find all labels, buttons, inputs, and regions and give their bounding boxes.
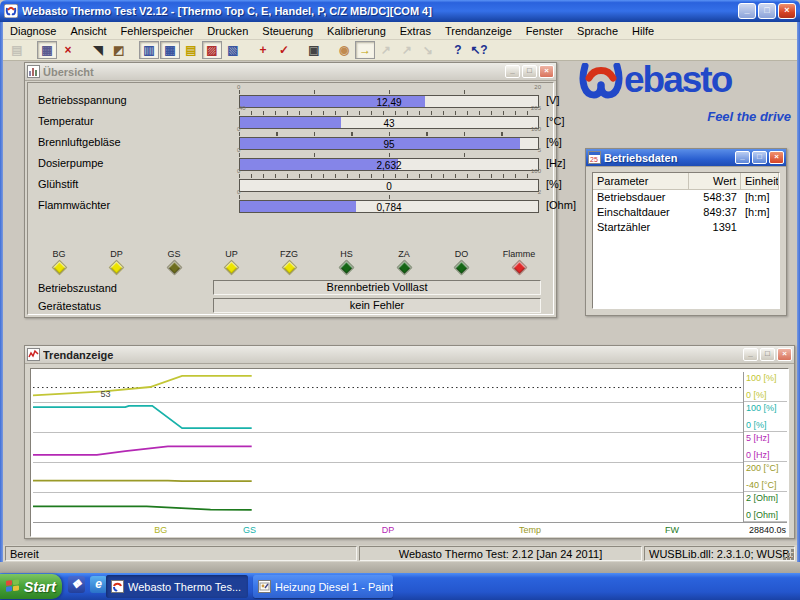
quick-launch-icon-1[interactable]: ❖ [68, 576, 85, 593]
gauge-unit: [V] [546, 94, 559, 106]
quick-launch-icon-2[interactable]: e [90, 576, 107, 593]
betriebsdaten-table: ParameterWertEinheit Betriebsdauer548:37… [592, 172, 780, 309]
led-lamp-icon [109, 260, 125, 276]
betriebsdaten-titlebar[interactable]: 25 Betriebsdaten _ □ × [586, 149, 786, 167]
gauge-row: Betriebsspannung02012,49[V] [28, 90, 553, 111]
uebersicht-close-button[interactable]: × [539, 65, 554, 78]
webasto-task-icon [111, 580, 124, 593]
menu-item-fehlerspeicher[interactable]: Fehlerspeicher [114, 23, 201, 39]
paint-task-icon [258, 580, 271, 593]
window-layout-icon[interactable]: ▧ [223, 41, 243, 59]
trend-chart: 53 100 [%]0 [%]100 [%]0 [%]5 [Hz]0 [Hz]2… [30, 368, 789, 537]
gauge-scale-min: 0 [237, 84, 240, 90]
led-lamp-icon [454, 260, 470, 276]
stop-icon[interactable]: × [58, 41, 78, 59]
resize-grip[interactable] [791, 557, 794, 560]
betriebsdaten-minimize-button[interactable]: _ [735, 151, 750, 164]
main-titlebar[interactable]: Webasto Thermo Test V2.12 - [Thermo Top … [0, 0, 800, 22]
menu-item-extras[interactable]: Extras [393, 23, 438, 39]
toolbar-separator [295, 41, 304, 59]
x-series-label-temp: Temp [519, 525, 541, 535]
gauge-track: 2,632 [239, 158, 539, 171]
status-row-value: kein Fehler [213, 298, 541, 313]
trend-titlebar[interactable]: Trendanzeige _ □ × [25, 346, 794, 364]
main-window: Webasto Thermo Test V2.12 - [Thermo Top … [0, 0, 800, 573]
step-mode-2-icon[interactable]: ↗ [397, 41, 417, 59]
close-button[interactable]: × [778, 3, 796, 19]
y-max-label: 100 [%] [746, 403, 777, 413]
uebersicht-minimize-button[interactable]: _ [505, 65, 520, 78]
trend-icon [27, 348, 40, 361]
export-icon[interactable]: ▤ [7, 41, 27, 59]
overview-icon [27, 65, 40, 78]
led-lamp-icon [166, 260, 182, 276]
menu-item-drucken[interactable]: Drucken [200, 23, 255, 39]
uebersicht-titlebar[interactable]: Übersicht _ □ × [25, 63, 556, 81]
trend-minimize-button[interactable]: _ [743, 348, 758, 361]
led-indicator-do: DO [432, 249, 492, 273]
gauge-scale-max: 100 [531, 126, 541, 132]
cell-wert: 849:37 [689, 205, 741, 220]
maximize-button[interactable]: □ [758, 3, 776, 19]
menu-item-hilfe[interactable]: Hilfe [625, 23, 661, 39]
taskbar-task-2[interactable]: Heizung Diesel 1 - Paint [253, 575, 393, 598]
connection-icon[interactable]: ▦ [37, 41, 57, 59]
menu-item-sprache[interactable]: Sprache [570, 23, 625, 39]
start-button[interactable]: Start [0, 574, 62, 599]
gauge-label: Brennluftgebläse [38, 136, 121, 148]
gauge-track: 12,49 [239, 95, 539, 108]
toolbar-separator [244, 41, 253, 59]
operating-data-window-icon[interactable]: ▦ [160, 41, 180, 59]
step-mode-1-icon[interactable]: ↗ [376, 41, 396, 59]
start-heater-icon[interactable]: → [355, 41, 375, 59]
context-help-icon[interactable]: ↖? [469, 41, 489, 59]
check-icon[interactable]: ✓ [274, 41, 294, 59]
print-icon[interactable]: ▣ [304, 41, 324, 59]
betriebsdaten-title: Betriebsdaten [604, 152, 733, 164]
trend-window-icon[interactable]: ▨ [202, 41, 222, 59]
column-header-wert[interactable]: Wert [689, 173, 741, 189]
help-icon[interactable]: ? [448, 41, 468, 59]
led-label: UP [202, 249, 262, 259]
notes-icon[interactable]: ▤ [181, 41, 201, 59]
uebersicht-maximize-button[interactable]: □ [522, 65, 537, 78]
menubar: DiagnoseAnsichtFehlerspeicherDruckenSteu… [3, 22, 797, 40]
ink-icon[interactable]: ◩ [109, 41, 129, 59]
betriebsdaten-maximize-button[interactable]: □ [752, 151, 767, 164]
menu-item-diagnose[interactable]: Diagnose [3, 23, 63, 39]
betriebsdaten-close-button[interactable]: × [769, 151, 784, 164]
column-header-parameter[interactable]: Parameter [593, 173, 689, 189]
trend-close-button[interactable]: × [777, 348, 792, 361]
led-indicator-fzg: FZG [259, 249, 319, 273]
led-label: HS [317, 249, 377, 259]
led-indicator-up: UP [202, 249, 262, 273]
webasto-w-mark-icon [578, 63, 624, 101]
menu-item-kalibrierung[interactable]: Kalibrierung [320, 23, 393, 39]
minimize-button[interactable]: _ [738, 3, 756, 19]
hand-icon[interactable]: ◉ [334, 41, 354, 59]
taskbar-task-1[interactable]: Webasto Thermo Tes... [106, 575, 248, 598]
y-label-cell-temp: 200 [°C]-40 [°C] [744, 462, 787, 492]
led-lamp-icon [511, 260, 527, 276]
trend-plot: 53 [33, 372, 743, 522]
add-icon[interactable]: + [253, 41, 273, 59]
overview-window-icon[interactable]: ▥ [139, 41, 159, 59]
trend-maximize-button[interactable]: □ [760, 348, 775, 361]
column-header-einheit[interactable]: Einheit [741, 173, 779, 189]
step-mode-3-icon[interactable]: ↘ [418, 41, 438, 59]
gauge-value: 95 [240, 139, 538, 150]
menu-item-ansicht[interactable]: Ansicht [63, 23, 113, 39]
gauge-scale-min: -40 [237, 105, 246, 111]
y-max-label: 200 [°C] [746, 463, 779, 473]
menu-item-trendanzeige[interactable]: Trendanzeige [438, 23, 519, 39]
menu-item-fenster[interactable]: Fenster [519, 23, 570, 39]
uebersicht-title: Übersicht [43, 66, 503, 78]
menu-item-steuerung[interactable]: Steuerung [255, 23, 320, 39]
gauge-value: 2,632 [240, 160, 538, 171]
toolbar-separator [79, 41, 88, 59]
flag-icon[interactable]: ◥ [88, 41, 108, 59]
y-max-label: 2 [Ohm] [746, 493, 778, 503]
y-label-cell-dp: 5 [Hz]0 [Hz] [744, 432, 787, 462]
gauge-tick-scale: 05 [239, 153, 539, 157]
led-indicator-bg: BG [29, 249, 89, 273]
